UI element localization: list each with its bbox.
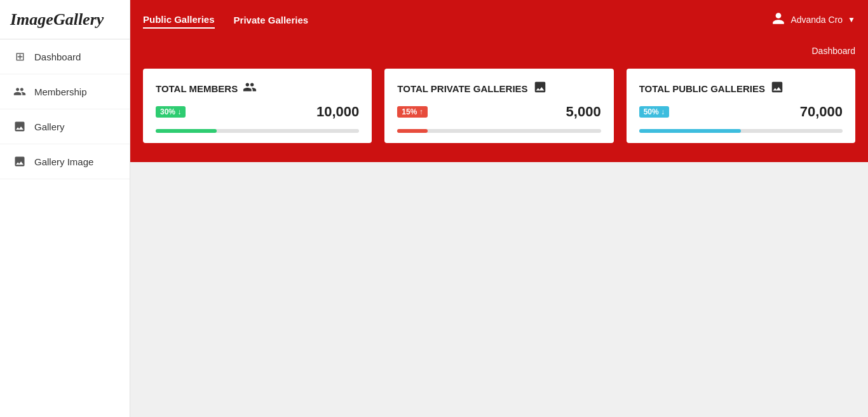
sidebar-label-membership: Membership (34, 86, 87, 97)
card-public-galleries-title: TOTAL PUBLIC GALLERIES (639, 80, 843, 97)
private-galleries-number: 5,000 (566, 104, 601, 120)
logo: ImageGallery (0, 0, 130, 39)
card-total-members-title: TOTAL MEMBERS (156, 80, 359, 97)
breadcrumb: Dashboard (812, 46, 856, 56)
sidebar-item-dashboard[interactable]: ⊞ Dashboard (0, 39, 130, 74)
card-private-galleries-label: TOTAL PRIVATE GALLERIES (397, 83, 527, 94)
gallery-image-icon (13, 154, 27, 168)
gallery-icon (13, 120, 27, 133)
sidebar-label-dashboard: Dashboard (34, 51, 81, 62)
user-avatar-icon (771, 11, 785, 29)
content-body (130, 162, 868, 417)
logo-text: ImageGallery (10, 10, 104, 29)
card-private-galleries-title: TOTAL PRIVATE GALLERIES (397, 80, 600, 97)
user-name: Advanda Cro (790, 15, 843, 25)
private-gallery-icon (533, 80, 547, 97)
private-galleries-badge: 15% ↑ (397, 106, 427, 118)
membership-icon (13, 85, 27, 99)
card-total-private-galleries: TOTAL PRIVATE GALLERIES 15% ↑ 5,000 (384, 69, 613, 143)
sidebar-label-gallery: Gallery (34, 121, 65, 132)
card-private-galleries-bottom: 15% ↑ 5,000 (397, 104, 600, 120)
main-content: Public Galleries Private Galleries Advan… (130, 0, 868, 417)
public-galleries-badge: 50% ↓ (639, 106, 669, 118)
public-galleries-progress-bg (639, 129, 843, 133)
nav-private-galleries[interactable]: Private Galleries (234, 12, 309, 28)
public-galleries-progress-fill (639, 129, 741, 133)
members-progress-fill (156, 129, 217, 133)
dashboard-icon: ⊞ (13, 50, 27, 64)
private-galleries-progress-fill (397, 129, 428, 133)
hero-section: Dashboard (130, 39, 868, 69)
sidebar: ImageGallery ⊞ Dashboard Membership Gall… (0, 0, 130, 417)
members-icon (243, 80, 257, 97)
sidebar-label-gallery-image: Gallery Image (34, 156, 93, 167)
sidebar-item-gallery-image[interactable]: Gallery Image (0, 144, 130, 179)
sidebar-nav: ⊞ Dashboard Membership Gallery Gallery I… (0, 39, 130, 179)
stats-cards: TOTAL MEMBERS 30% ↓ 10,000 TOTAL PRIVATE… (130, 69, 868, 162)
card-public-galleries-label: TOTAL PUBLIC GALLERIES (639, 83, 765, 94)
members-badge: 30% ↓ (156, 106, 186, 118)
card-total-public-galleries: TOTAL PUBLIC GALLERIES 50% ↓ 70,000 (627, 69, 855, 143)
card-public-galleries-bottom: 50% ↓ 70,000 (639, 104, 843, 120)
private-galleries-progress-bg (397, 129, 600, 133)
sidebar-item-membership[interactable]: Membership (0, 74, 130, 109)
members-progress-bg (156, 129, 359, 133)
card-total-members-label: TOTAL MEMBERS (156, 83, 238, 94)
user-menu[interactable]: Advanda Cro ▼ (771, 11, 855, 29)
members-number: 10,000 (316, 104, 359, 120)
user-dropdown-icon: ▼ (848, 15, 855, 24)
public-galleries-number: 70,000 (800, 104, 843, 120)
sidebar-item-gallery[interactable]: Gallery (0, 109, 130, 144)
card-total-members-bottom: 30% ↓ 10,000 (156, 104, 359, 120)
top-navbar: Public Galleries Private Galleries Advan… (130, 0, 868, 39)
public-gallery-icon (770, 80, 784, 97)
nav-public-galleries[interactable]: Public Galleries (143, 11, 215, 29)
card-total-members: TOTAL MEMBERS 30% ↓ 10,000 (143, 69, 372, 143)
